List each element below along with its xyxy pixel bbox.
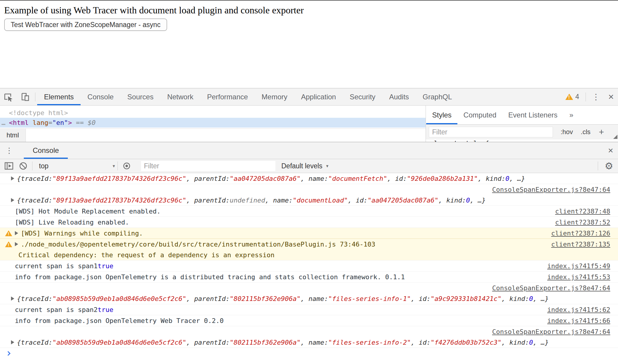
console-message-line: {traceId: "ab08985b59d9eb1a0d846d6e0e5cf…: [0, 337, 618, 348]
console-message-line: Critical dependency: the request of a de…: [0, 250, 618, 260]
dom-node-doctype[interactable]: <!doctype html>: [0, 108, 426, 118]
source-location-link[interactable]: client?2387:48: [546, 208, 610, 215]
tab-network[interactable]: Network: [160, 88, 200, 105]
message-text: , kind:: [501, 339, 529, 346]
device-toolbar-icon[interactable]: [17, 89, 33, 105]
expand-caret-icon[interactable]: [11, 198, 14, 202]
collapsed-ellipsis[interactable]: …: [1, 118, 5, 128]
console-message-line: ConsoleSpanExporter.js?8e47:64: [0, 283, 618, 293]
message-text: , id:: [411, 295, 431, 302]
source-location-link[interactable]: client?2387:126: [542, 230, 610, 237]
expand-caret-icon[interactable]: [11, 340, 14, 344]
message-text: "documentFetch": [328, 175, 387, 182]
warning-count: 4: [575, 93, 579, 101]
styles-tab--[interactable]: »: [564, 106, 579, 124]
message-text: , id:: [387, 175, 407, 182]
warning-icon: [5, 230, 12, 236]
console-sidebar-toggle-icon[interactable]: [4, 161, 14, 170]
tab-graphql[interactable]: GraphQL: [416, 88, 459, 105]
test-webtracer-button[interactable]: Test WebTracer with ZoneScopeManager - a…: [4, 18, 167, 31]
console-message-line: {traceId: "ab08985b59d9eb1a0d846d6e0e5cf…: [0, 293, 618, 304]
dom-node-html-selected[interactable]: … <html lang="en"> == $0: [0, 118, 426, 128]
expand-caret-icon[interactable]: [15, 231, 18, 235]
drawer-menu-icon[interactable]: ⋮: [0, 146, 19, 155]
tab-console[interactable]: Console: [81, 88, 120, 105]
console-message-line: current span is span2 trueindex.js?41f5:…: [0, 304, 618, 315]
message-text: "802115bf362e906a": [230, 339, 300, 346]
resize-corner-icon[interactable]: [613, 135, 617, 139]
message-text: , name:: [301, 339, 328, 346]
toggle-class-button[interactable]: .cls: [581, 128, 591, 136]
message-text: , …}: [533, 339, 549, 346]
message-text: "802115bf362e906a": [230, 295, 300, 302]
message-text: "files-series-info-2": [328, 339, 411, 346]
tab-security[interactable]: Security: [343, 88, 382, 105]
message-text: info from package.json OpenTelemetry is …: [15, 273, 405, 281]
tab-performance[interactable]: Performance: [200, 88, 255, 105]
expand-caret-icon[interactable]: [11, 176, 14, 181]
styles-tab-event-listeners[interactable]: Event Listeners: [502, 106, 563, 124]
tab-console-drawer[interactable]: Console: [24, 142, 68, 159]
console-prompt[interactable]: [0, 348, 618, 359]
tab-memory[interactable]: Memory: [255, 88, 294, 105]
message-text: "89f13a9aefdd217837b74326df23c96c": [52, 175, 186, 182]
devtools-close-icon[interactable]: ×: [604, 91, 618, 102]
page-title: Example of using Web Tracer with documen…: [4, 5, 304, 16]
console-message-line: [WDS] Hot Module Replacement enabled.cli…: [0, 206, 618, 216]
source-location-link[interactable]: index.js?41f5:66: [538, 317, 610, 324]
console-filter-input[interactable]: [141, 161, 275, 171]
console-message-line: info from package.json OpenTelemetry is …: [0, 272, 618, 282]
toolbar-divider-2: [117, 161, 118, 170]
console-toolbar: top ▼ Default levels ▼ ⚙: [0, 159, 618, 173]
console-settings-gear-icon[interactable]: ⚙: [600, 160, 618, 172]
toggle-hover-state-button[interactable]: :hov: [561, 128, 573, 136]
tab-sources[interactable]: Sources: [120, 88, 160, 105]
log-levels-select[interactable]: Default levels ▼: [281, 162, 329, 170]
source-location-link[interactable]: client?2387:52: [546, 219, 610, 226]
frame-context-select[interactable]: top ▼: [39, 162, 116, 170]
tab-application[interactable]: Application: [294, 88, 343, 105]
styles-filter-input[interactable]: [429, 127, 553, 137]
breadcrumb-html[interactable]: html: [0, 129, 26, 142]
toolbar-divider: [32, 161, 32, 170]
source-location-link[interactable]: ConsoleSpanExporter.js?8e47:64: [483, 186, 610, 193]
message-text: Critical dependency: the request of a de…: [18, 251, 275, 259]
styles-tab-styles[interactable]: Styles: [426, 106, 457, 124]
message-text: "ab08985b59d9eb1a0d846d6e0e5cf2c6": [52, 339, 186, 346]
message-text: "aa047205dac087a6": [230, 175, 300, 182]
expand-caret-icon[interactable]: [11, 296, 14, 301]
console-message-line: current span is span1 trueindex.js?41f5:…: [0, 261, 618, 271]
message-text: , parentId:: [186, 175, 230, 182]
warnings-badge[interactable]: 4: [565, 93, 579, 101]
inspect-element-icon[interactable]: [0, 89, 17, 105]
tabbar-divider-2: [586, 92, 586, 101]
clear-console-icon[interactable]: [18, 161, 28, 171]
message-text: {traceId:: [17, 197, 52, 204]
drawer-close-icon[interactable]: ×: [603, 145, 618, 156]
console-message-line: {traceId: "89f13a9aefdd217837b74326df23c…: [0, 195, 618, 205]
source-location-link[interactable]: ConsoleSpanExporter.js?8e47:64: [483, 284, 610, 292]
styles-tab-computed[interactable]: Computed: [457, 106, 502, 124]
source-location-link[interactable]: index.js?41f5:62: [538, 306, 610, 313]
warning-icon: [5, 241, 12, 247]
expand-caret-icon[interactable]: [15, 242, 18, 246]
console-message-line: [WDS] Warnings while compiling.client?23…: [0, 228, 618, 239]
devtools-menu-icon[interactable]: ⋮: [588, 92, 604, 102]
source-location-link[interactable]: ConsoleSpanExporter.js?8e47:64: [483, 328, 610, 335]
message-text: , name:: [301, 295, 328, 302]
console-drawer: ⋮ Console × top ▼: [0, 142, 618, 364]
tab-elements[interactable]: Elements: [37, 88, 81, 105]
source-location-link[interactable]: index.js?41f5:53: [538, 273, 610, 281]
tab-audits[interactable]: Audits: [382, 88, 416, 105]
message-text: , name:: [301, 175, 328, 182]
message-text: "89f13a9aefdd217837b74326df23c96c": [52, 197, 186, 204]
message-text: , kind:: [478, 175, 506, 182]
message-text: , …}: [509, 175, 525, 182]
new-style-rule-button[interactable]: +: [599, 127, 604, 137]
console-message: [WDS] Warnings while compiling.client?23…: [0, 228, 618, 239]
warning-icon: [565, 93, 573, 100]
message-text: "f4276ddb03b752c3": [431, 339, 501, 346]
live-expression-eye-icon[interactable]: [122, 161, 131, 171]
source-location-link[interactable]: index.js?41f5:49: [538, 262, 610, 270]
source-location-link[interactable]: client?2387:135: [542, 241, 610, 248]
